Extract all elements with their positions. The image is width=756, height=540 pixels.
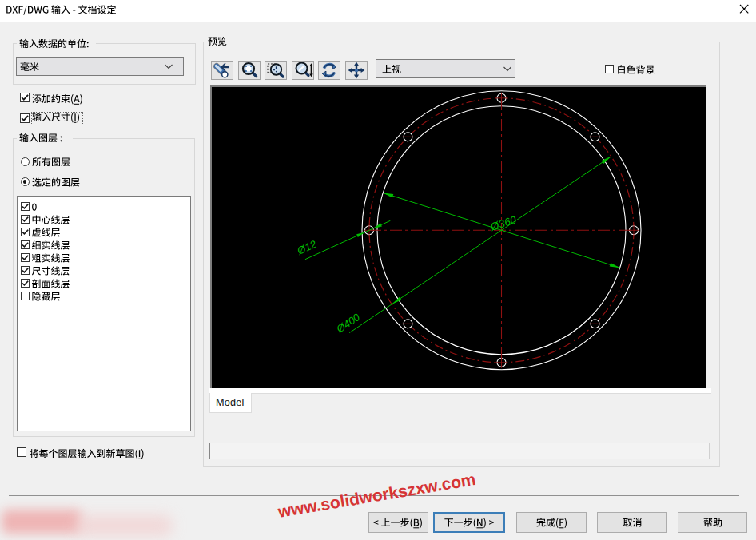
svg-text:Ø12: Ø12 bbox=[295, 238, 319, 258]
svg-text:Ø400: Ø400 bbox=[333, 311, 362, 336]
